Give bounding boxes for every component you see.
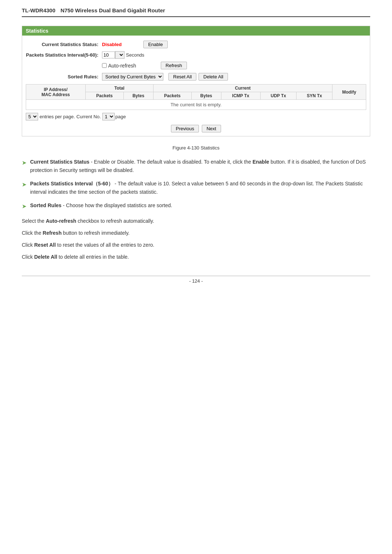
status-value: Disabled [102,42,122,47]
list-item: ➤ Current Statistics Status - Enable or … [22,158,370,175]
desc-term-3: Sorted Rules [30,202,61,208]
stats-table-wrapper: IP Address/MAC Address Total Current Mod… [26,84,366,110]
page-header: TL-WDR4300 N750 Wireless Dual Band Gigab… [22,7,370,17]
nav-buttons-row: Previous Next [26,125,366,132]
seconds-label: Seconds [126,52,144,58]
auto-refresh-checkbox[interactable] [102,63,107,68]
pagination-row: 5 entries per page. Current No. 1 page [26,113,366,120]
para-3: Click Reset All to reset the values of a… [22,241,370,249]
col-total: Total [85,85,153,92]
page-number: - 124 - [189,278,203,284]
interval-select[interactable] [115,51,124,59]
sorted-rules-label: Sorted Rules: [26,74,102,79]
description-list: ➤ Current Statistics Status - Enable or … [22,158,370,211]
panel-title: Statistics [22,26,370,36]
col-cur-bytes: Bytes [191,92,221,100]
status-label: Current Statistics Status: [26,42,102,47]
enable-button[interactable]: Enable [143,41,167,48]
delete-all-button[interactable]: Delete All [199,73,228,81]
previous-button[interactable]: Previous [171,125,199,132]
sorted-rules-row: Sorted Rules: Sorted by Current Bytes Re… [26,73,366,81]
col-modify: Modify [332,85,366,100]
reset-all-button[interactable]: Reset All [168,73,196,81]
interval-row: Packets Statistics Interval(5-60): Secon… [26,51,366,59]
para-4: Click Delete All to delete all entries i… [22,253,370,261]
para-1: Select the Auto-refresh checkbox to refr… [22,217,370,225]
sorted-rules-select[interactable]: Sorted by Current Bytes [102,73,163,81]
list-item: ➤ Sorted Rules - Choose how the displaye… [22,201,370,211]
stats-table: IP Address/MAC Address Total Current Mod… [26,84,366,110]
col-udp-tx: UDP Tx [260,92,297,100]
auto-refresh-label: Auto-refresh [108,63,136,69]
arrow-icon: ➤ [22,202,26,211]
figure-caption: Figure 4-130 Statistics [22,145,370,151]
para-2: Click the Refresh button to refresh imme… [22,229,370,237]
statistics-panel: Statistics Current Statistics Status: Di… [22,26,370,136]
next-button[interactable]: Next [202,125,221,132]
desc-text-1: Current Statistics Status - Enable or Di… [30,158,370,175]
col-cur-packets: Packets [153,92,191,100]
desc-text-3: Sorted Rules - Choose how the displayed … [30,201,172,210]
col-syn-tx: SYN Tx [297,92,332,100]
desc-term-1: Current Statistics Status [30,159,89,165]
refresh-button[interactable]: Refresh [161,62,187,69]
table-empty-row: The current list is empty. [26,100,366,110]
footer-divider [22,276,370,276]
page-footer: - 124 - [22,276,370,284]
list-item: ➤ Packets Statistics Interval（5-60） - Th… [22,180,370,196]
entries-per-page-select[interactable]: 5 [26,113,38,120]
col-ip-mac: IP Address/MAC Address [26,85,86,100]
current-no-label: Current No. [77,114,101,119]
empty-message: The current list is empty. [26,100,366,110]
status-row: Current Statistics Status: Disabled Enab… [26,41,366,48]
col-current: Current [153,85,332,92]
desc-text-2: Packets Statistics Interval（5-60） - The … [30,180,370,196]
col-icmp-tx: ICMP Tx [221,92,260,100]
table-header-row1: IP Address/MAC Address Total Current Mod… [26,85,366,92]
page-label: page [115,114,126,119]
interval-input[interactable] [102,52,115,58]
desc-term-2: Packets Statistics Interval（5-60） [30,181,113,186]
interval-label: Packets Statistics Interval(5-60): [26,52,102,58]
entries-per-page-label: entries per page. [40,114,75,119]
arrow-icon: ➤ [22,158,26,168]
auto-refresh-row: Auto-refresh Refresh [102,62,366,69]
header-model: TL-WDR4300 [22,7,56,13]
col-total-bytes: Bytes [123,92,153,100]
header-title: N750 Wireless Dual Band Gigabit Router [61,7,165,13]
arrow-icon: ➤ [22,180,26,189]
page-number-select[interactable]: 1 [102,113,115,120]
col-total-packets: Packets [85,92,123,100]
